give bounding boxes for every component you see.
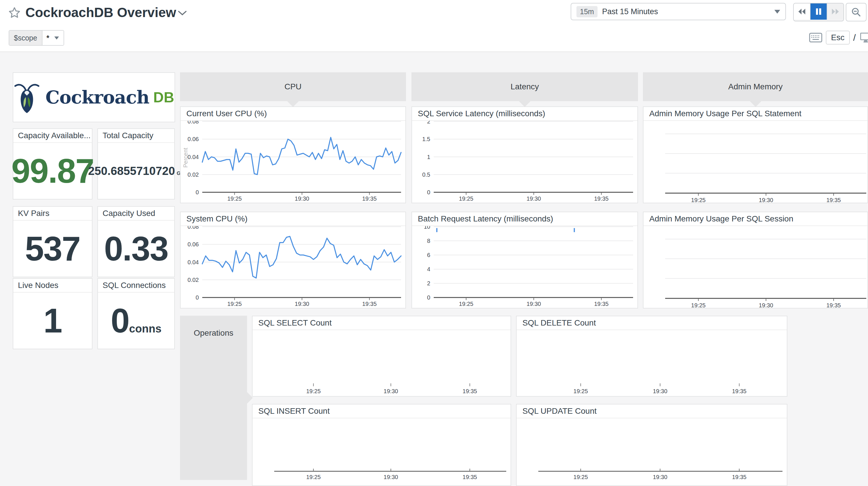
stat-sql-connections[interactable]: SQL Connections 0conns bbox=[97, 278, 175, 349]
group-header-latency[interactable]: Latency bbox=[411, 72, 638, 101]
zoom-out-icon bbox=[851, 7, 861, 17]
svg-text:2: 2 bbox=[427, 121, 430, 124]
svg-text:19:25: 19:25 bbox=[574, 388, 588, 394]
chart-system-cpu[interactable]: System CPU (%) 00.020.040.060.0819:2519:… bbox=[180, 211, 406, 309]
stat-value: 250.6855710720 bbox=[88, 165, 175, 177]
stat-live-nodes[interactable]: Live Nodes 1 bbox=[13, 278, 92, 349]
svg-text:1.5: 1.5 bbox=[422, 136, 430, 142]
svg-text:0.06: 0.06 bbox=[188, 241, 199, 248]
svg-text:0: 0 bbox=[196, 189, 199, 195]
svg-text:0: 0 bbox=[427, 294, 430, 301]
svg-text:19:30: 19:30 bbox=[295, 301, 309, 307]
group-label: Latency bbox=[510, 82, 539, 91]
svg-text:8: 8 bbox=[427, 238, 430, 244]
svg-text:19:30: 19:30 bbox=[759, 197, 773, 203]
svg-text:19:35: 19:35 bbox=[732, 474, 746, 480]
page-title[interactable]: CockroachDB Overview bbox=[25, 5, 176, 20]
svg-text:10: 10 bbox=[424, 226, 430, 230]
svg-text:19:25: 19:25 bbox=[306, 388, 321, 394]
svg-text:0.5: 0.5 bbox=[422, 171, 430, 178]
esc-button[interactable]: Esc bbox=[826, 31, 850, 45]
chart-title: Admin Memory Usage Per SQL Session bbox=[644, 212, 867, 226]
svg-text:19:25: 19:25 bbox=[227, 301, 242, 307]
svg-text:19:25: 19:25 bbox=[306, 474, 321, 480]
chart-admin-memory-per-sql-statement[interactable]: Admin Memory Usage Per SQL Statement 19:… bbox=[643, 106, 868, 203]
chart-current-user-cpu[interactable]: Current User CPU (%) Percent00.020.040.0… bbox=[180, 106, 406, 203]
svg-text:0.02: 0.02 bbox=[188, 171, 199, 178]
chart-sql-insert-count[interactable]: SQL INSERT Count 19:2519:3019:35 bbox=[252, 404, 511, 486]
chart-title: SQL INSERT Count bbox=[252, 404, 510, 418]
svg-text:19:25: 19:25 bbox=[691, 302, 706, 308]
chart-title: Batch Request Latency (milliseconds) bbox=[412, 212, 638, 226]
chart-title: SQL UPDATE Count bbox=[517, 404, 787, 418]
group-header-cpu[interactable]: CPU bbox=[180, 72, 406, 101]
stat-title: Live Nodes bbox=[13, 279, 92, 293]
group-notch bbox=[518, 101, 531, 107]
playback-controls bbox=[793, 3, 844, 21]
svg-text:19:35: 19:35 bbox=[362, 301, 376, 307]
group-label: CPU bbox=[284, 82, 301, 91]
keyboard-icon[interactable] bbox=[809, 33, 823, 42]
zoom-out-button[interactable] bbox=[846, 3, 867, 21]
stat-title: KV Pairs bbox=[13, 207, 92, 221]
svg-text:19:25: 19:25 bbox=[459, 301, 473, 307]
group-notch bbox=[287, 101, 299, 107]
svg-text:0: 0 bbox=[196, 294, 199, 301]
logo-wordmark: Cockroach bbox=[45, 87, 149, 108]
stat-title: Capacity Available... bbox=[13, 129, 92, 143]
chart-sql-select-count[interactable]: SQL SELECT Count 19:2519:3019:35 bbox=[252, 316, 511, 397]
chart-sql-service-latency[interactable]: SQL Service Latency (milliseconds) 00.51… bbox=[411, 106, 638, 203]
chart-sql-delete-count[interactable]: SQL DELETE Count 19:2519:3019:35 bbox=[516, 316, 787, 397]
chart-title: SQL SELECT Count bbox=[252, 316, 510, 330]
svg-text:0.04: 0.04 bbox=[188, 154, 199, 160]
stat-capacity-used[interactable]: Capacity Used 0.33 bbox=[97, 206, 175, 277]
rewind-button[interactable] bbox=[794, 3, 810, 20]
svg-text:0.06: 0.06 bbox=[188, 136, 199, 142]
stat-capacity-available[interactable]: Capacity Available... 99.87 bbox=[13, 128, 92, 199]
stat-title: Total Capacity bbox=[98, 129, 174, 143]
rewind-icon bbox=[798, 8, 806, 15]
svg-text:0.08: 0.08 bbox=[188, 121, 199, 124]
stat-kv-pairs[interactable]: KV Pairs 537 bbox=[13, 206, 92, 277]
svg-text:19:30: 19:30 bbox=[526, 195, 541, 202]
stat-total-capacity[interactable]: Total Capacity 250.6855710720GB bbox=[97, 128, 175, 199]
svg-text:19:35: 19:35 bbox=[463, 388, 477, 394]
svg-text:19:30: 19:30 bbox=[653, 388, 667, 394]
group-label: Operations bbox=[180, 328, 247, 338]
favorite-star-icon[interactable] bbox=[8, 6, 21, 19]
svg-text:1: 1 bbox=[427, 154, 430, 160]
svg-text:19:35: 19:35 bbox=[362, 195, 376, 202]
logo-suffix: DB bbox=[153, 89, 174, 106]
svg-text:19:30: 19:30 bbox=[384, 474, 398, 480]
stat-title: SQL Connections bbox=[98, 279, 174, 293]
pause-button[interactable] bbox=[810, 3, 827, 20]
group-header-operations[interactable]: Operations bbox=[180, 316, 247, 480]
chart-sql-update-count[interactable]: SQL UPDATE Count 19:2519:3019:35 bbox=[516, 404, 787, 486]
fast-forward-button[interactable] bbox=[827, 3, 843, 20]
time-range-label: Past 15 Minutes bbox=[602, 7, 658, 16]
fast-forward-icon bbox=[831, 8, 840, 15]
svg-text:6: 6 bbox=[427, 252, 430, 258]
pause-icon bbox=[815, 8, 822, 15]
svg-text:19:25: 19:25 bbox=[574, 474, 588, 480]
time-range-selector[interactable]: 15m Past 15 Minutes bbox=[571, 3, 786, 20]
svg-text:19:30: 19:30 bbox=[526, 301, 541, 307]
title-dropdown-chevron-icon[interactable] bbox=[178, 10, 187, 16]
time-range-caret-icon bbox=[774, 10, 780, 13]
group-label: Admin Memory bbox=[728, 82, 782, 91]
svg-text:2: 2 bbox=[427, 280, 430, 287]
svg-text:19:25: 19:25 bbox=[227, 195, 242, 202]
svg-text:19:25: 19:25 bbox=[459, 195, 473, 202]
group-header-admin-memory[interactable]: Admin Memory bbox=[643, 72, 868, 101]
svg-text:0.02: 0.02 bbox=[188, 277, 199, 283]
chart-admin-memory-per-sql-session[interactable]: Admin Memory Usage Per SQL Session 19:25… bbox=[643, 211, 868, 309]
template-variable-scope[interactable]: $scope * bbox=[9, 30, 64, 46]
cockroachdb-logo-widget: Cockroach DB bbox=[13, 72, 175, 122]
chart-title: SQL DELETE Count bbox=[517, 316, 787, 330]
svg-text:4: 4 bbox=[427, 266, 430, 273]
svg-text:19:35: 19:35 bbox=[594, 301, 609, 307]
svg-text:19:25: 19:25 bbox=[691, 197, 706, 203]
stat-value: 99.87 bbox=[11, 151, 94, 191]
chart-batch-request-latency[interactable]: Batch Request Latency (milliseconds) 024… bbox=[411, 211, 638, 309]
tv-mode-icon[interactable] bbox=[859, 32, 868, 44]
